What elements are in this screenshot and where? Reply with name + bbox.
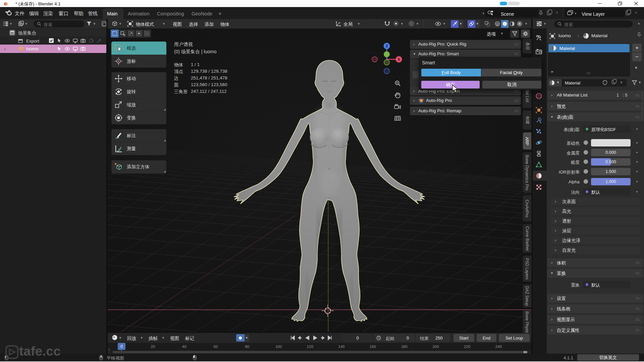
svg-text:Z: Z — [386, 44, 388, 48]
svg-text:X: X — [398, 58, 400, 61]
